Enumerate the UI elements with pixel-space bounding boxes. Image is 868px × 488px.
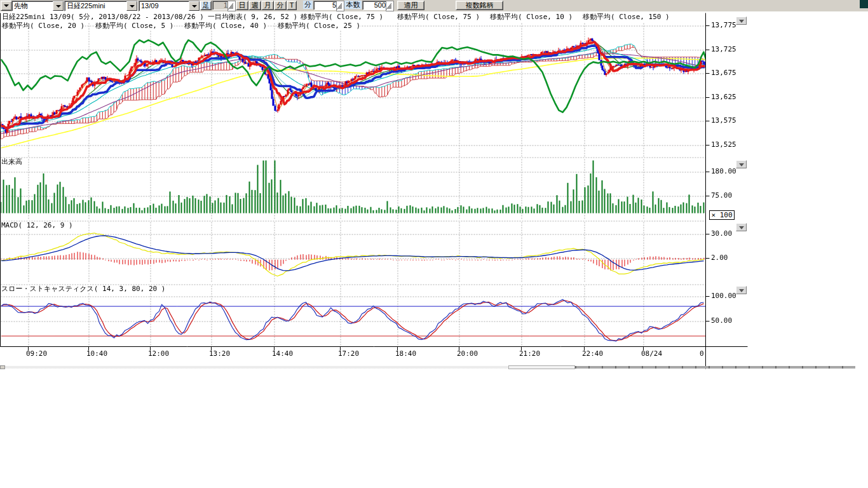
ma75-label: 移動平均( Close, 75 )	[301, 13, 383, 21]
macd-axis-tick-label: 30.00	[711, 230, 732, 238]
price-axis-menu-button[interactable]	[736, 17, 747, 25]
apply-button[interactable]: 適用	[397, 1, 424, 10]
chart-canvas	[0, 11, 750, 370]
time-axis-tick-label: 08/24	[641, 350, 662, 358]
time-axis-tick-label: 10:40	[86, 350, 107, 358]
period-minute-button[interactable]: 分	[274, 1, 287, 10]
price-axis-tick-label: 13,725	[711, 46, 736, 53]
ma25-label: 移動平均( Close, 25 )	[278, 22, 360, 30]
spinner-icon	[337, 2, 342, 10]
bar-multiple-field[interactable]: 1	[212, 1, 229, 10]
chevron-down-icon	[739, 289, 744, 292]
volume-axis-tick-label: 180.00	[711, 168, 736, 175]
chevron-down-icon	[739, 163, 744, 166]
bar-multiple-spinner[interactable]	[227, 1, 236, 11]
combo-dropdown-button[interactable]	[53, 1, 64, 11]
stochastics-axis-menu-button[interactable]	[736, 286, 747, 294]
chevron-down-icon	[192, 5, 197, 8]
scrollbar-thumb[interactable]	[508, 365, 575, 369]
toolbar: 先物 日経225mini 13/09 足 1 日 週 月 分 T 分 5 本数 …	[0, 0, 868, 11]
symbol-select[interactable]: 日経225mini	[64, 1, 138, 11]
combo-dropdown-button[interactable]	[189, 1, 200, 11]
macd-axis-menu-button[interactable]	[736, 223, 747, 231]
stochastics-axis-tick-label: 50.00	[711, 317, 732, 325]
combo-dropdown-button[interactable]	[126, 1, 137, 11]
horizontal-scrollbar[interactable]	[0, 365, 855, 369]
time-axis-tick-label: 17:20	[338, 350, 359, 358]
scrollbar-grip[interactable]	[0, 365, 5, 369]
ma20-label: 移動平均( Close, 20 )	[2, 22, 85, 30]
bar-type-button[interactable]: 足	[200, 1, 212, 10]
price-axis-tick-label: 13,775	[711, 22, 736, 29]
minute-value-field[interactable]: 5	[313, 1, 338, 10]
spinner-icon	[386, 2, 392, 10]
contract-month-select[interactable]: 13/09	[139, 1, 200, 11]
price-axis-tick-label: 13,575	[711, 117, 736, 125]
time-axis-tick-label: 22:40	[582, 350, 603, 358]
bar-count-field[interactable]: 500	[362, 1, 388, 10]
multi-symbol-button[interactable]: 複数銘柄	[456, 1, 503, 10]
ma5-label: 移動平均( Close, 5 )	[95, 22, 173, 30]
ichimoku-label: 一目均衡表( 9, 26, 52 )	[208, 13, 297, 21]
bar-count-label: 本数	[344, 1, 362, 9]
scrollbar-track[interactable]	[5, 366, 508, 369]
volume-multiplier-badge: × 100	[709, 210, 735, 220]
instrument-type-value: 先物	[14, 2, 28, 10]
time-axis-tick-label: 21:20	[519, 350, 540, 358]
period-monthly-button[interactable]: 月	[261, 1, 274, 10]
chevron-down-icon	[739, 226, 744, 229]
scrollbar-range-indicator	[575, 366, 855, 369]
volume-panel-title: 出来高	[1, 158, 24, 166]
minute-spinner[interactable]	[336, 1, 344, 11]
price-axis-tick-label: 13,525	[711, 141, 736, 149]
ma150-label: 移動平均( Close, 150 )	[583, 13, 670, 21]
time-axis-tick-label: 14:40	[272, 350, 293, 358]
macd-axis-tick-label: 2.00	[711, 254, 728, 262]
macd-panel-title: MACD( 12, 26, 9 )	[1, 222, 74, 229]
bar-count-spinner[interactable]	[386, 1, 394, 11]
chart-title: 日経225mini 13/09( 5分, 2013/08/22 - 2013/0…	[2, 13, 204, 21]
chart-menu-button[interactable]	[1, 1, 12, 11]
ma10-label: 移動平均( Close, 10 )	[490, 13, 573, 21]
period-weekly-button[interactable]: 週	[248, 1, 261, 10]
volume-axis-tick-label: 75.00	[711, 192, 732, 200]
volume-axis-menu-button[interactable]	[736, 160, 747, 168]
time-axis-tick-label: 12:00	[148, 350, 169, 358]
minute-label: 分	[303, 1, 313, 9]
period-tick-button[interactable]: T	[287, 1, 297, 10]
chevron-down-icon	[56, 5, 61, 8]
time-axis-tick-label: 20:00	[457, 350, 478, 358]
period-daily-button[interactable]: 日	[236, 1, 248, 10]
contract-month-value: 13/09	[141, 2, 159, 10]
window-corner-fragment	[860, 0, 868, 8]
ma40-label: 移動平均( Close, 40 )	[184, 22, 267, 30]
price-axis-tick-label: 13,675	[711, 69, 736, 77]
time-axis-tick-label: 18:40	[395, 350, 416, 358]
symbol-value: 日経225mini	[67, 2, 105, 10]
spinner-icon	[228, 2, 234, 10]
chevron-down-icon	[4, 4, 9, 7]
instrument-type-select[interactable]: 先物	[11, 1, 64, 11]
time-axis-tick-label: 0	[700, 350, 704, 358]
chart-application-window: 先物 日経225mini 13/09 足 1 日 週 月 分 T 分 5 本数 …	[0, 0, 868, 488]
price-axis-tick-label: 13,625	[711, 93, 736, 101]
time-axis-tick-label: 09:20	[26, 350, 47, 358]
ma75b-label: 移動平均( Close, 75 )	[397, 13, 480, 21]
time-axis-tick-label: 13:20	[209, 350, 230, 358]
chevron-down-icon	[739, 20, 744, 23]
stochastics-axis-tick-label: 100.00	[711, 292, 736, 300]
stochastics-panel-title: スロー・ストキャスティクス( 14, 3, 80, 20 )	[1, 285, 166, 293]
chevron-down-icon	[130, 5, 135, 8]
